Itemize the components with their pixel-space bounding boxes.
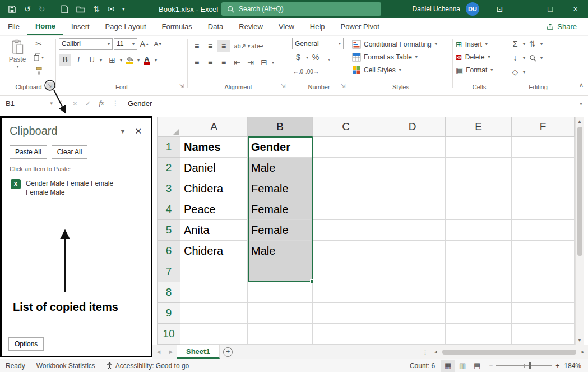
cell-E10[interactable] xyxy=(446,324,512,345)
options-button[interactable]: Options xyxy=(8,337,44,351)
fill-color-icon[interactable] xyxy=(123,54,136,66)
column-header-C[interactable]: C xyxy=(313,117,379,137)
cell-B8[interactable] xyxy=(248,282,313,303)
cell-B9[interactable] xyxy=(248,303,313,324)
accounting-format-icon[interactable]: $ xyxy=(292,51,304,63)
row-header-1[interactable]: 1 xyxy=(157,137,180,158)
cell-E5[interactable] xyxy=(446,220,512,241)
cell-A9[interactable] xyxy=(180,303,248,324)
cell-B5[interactable]: Female xyxy=(248,220,313,241)
cell-C3[interactable] xyxy=(313,178,379,199)
row-header-5[interactable]: 5 xyxy=(157,220,180,241)
close-button[interactable]: × xyxy=(563,0,588,18)
row-header-8[interactable]: 8 xyxy=(157,282,180,303)
clipboard-item[interactable]: X Gender Male Female Female Female Male xyxy=(2,177,151,199)
cell-D2[interactable] xyxy=(379,158,446,178)
bold-button[interactable]: B xyxy=(59,54,71,66)
cell-B2[interactable]: Male xyxy=(248,158,313,178)
cell-B6[interactable]: Male xyxy=(248,241,313,261)
new-sheet-button[interactable]: + xyxy=(220,345,237,359)
orientation-dropdown-icon[interactable]: ▾ xyxy=(248,44,250,49)
column-header-A[interactable]: A xyxy=(180,117,248,137)
normal-view-icon[interactable]: ▦ xyxy=(441,360,455,372)
tab-formulas[interactable]: Formulas xyxy=(154,18,200,35)
cell-F10[interactable] xyxy=(512,324,575,345)
zoom-slider[interactable] xyxy=(496,365,552,366)
cell-D4[interactable] xyxy=(379,199,446,220)
tab-help[interactable]: Help xyxy=(302,18,333,35)
conditional-formatting-button[interactable]: Conditional Formatting ▾ xyxy=(352,38,450,50)
cell-A6[interactable]: Chidera xyxy=(180,241,248,261)
paste-button[interactable]: Paste ▾ xyxy=(4,38,30,77)
cell-E7[interactable] xyxy=(446,261,512,282)
tab-splitter-icon[interactable]: ⋮ xyxy=(420,348,430,356)
page-break-view-icon[interactable]: ▤ xyxy=(470,360,484,372)
collapse-ribbon-icon[interactable]: ∧ xyxy=(579,81,584,89)
cell-F2[interactable] xyxy=(512,158,575,178)
tab-data[interactable]: Data xyxy=(200,18,231,35)
cell-D1[interactable] xyxy=(379,137,446,158)
scroll-up-icon[interactable]: ▲ xyxy=(576,117,584,126)
percent-style-icon[interactable]: % xyxy=(309,51,322,63)
select-all-corner[interactable] xyxy=(157,117,180,137)
sort-filter-dropdown-icon[interactable]: ▾ xyxy=(540,42,543,47)
row-header-2[interactable]: 2 xyxy=(157,158,180,178)
vertical-scrollbar-thumb[interactable] xyxy=(577,127,582,256)
mail-icon[interactable]: ✉ xyxy=(108,4,114,13)
cell-A2[interactable]: Daniel xyxy=(180,158,248,178)
tab-page-layout[interactable]: Page Layout xyxy=(98,18,154,35)
merge-center-dropdown-icon[interactable]: ▾ xyxy=(272,60,274,65)
cell-D7[interactable] xyxy=(379,261,446,282)
cell-D8[interactable] xyxy=(379,282,446,303)
cell-A10[interactable] xyxy=(180,324,248,345)
formula-bar-splitter[interactable]: ⋮ xyxy=(56,99,67,107)
sheet-tab-sheet1[interactable]: Sheet1 xyxy=(177,345,220,359)
column-header-E[interactable]: E xyxy=(446,117,512,137)
formula-input[interactable]: Gender xyxy=(121,99,580,108)
decrease-indent-icon[interactable]: ⇤ xyxy=(231,56,243,68)
cell-A5[interactable]: Anita xyxy=(180,220,248,241)
cell-A3[interactable]: Chidera xyxy=(180,178,248,199)
cut-icon[interactable]: ✂ xyxy=(33,38,45,50)
cell-E4[interactable] xyxy=(446,199,512,220)
clipboard-dialog-launcher-icon[interactable]: ⇲ xyxy=(46,82,54,90)
row-header-6[interactable]: 6 xyxy=(157,241,180,261)
cell-C7[interactable] xyxy=(313,261,379,282)
cell-E8[interactable] xyxy=(446,282,512,303)
cell-C10[interactable] xyxy=(313,324,379,345)
borders-dropdown-icon[interactable]: ▾ xyxy=(120,58,122,63)
cell-A4[interactable]: Peace xyxy=(180,199,248,220)
font-dialog-launcher-icon[interactable]: ⇲ xyxy=(178,82,186,90)
pane-close-icon[interactable]: ✕ xyxy=(132,126,144,136)
zoom-slider-thumb[interactable] xyxy=(529,362,531,369)
tab-review[interactable]: Review xyxy=(231,18,271,35)
align-left-icon[interactable]: ≡ xyxy=(191,56,203,68)
name-box-dropdown-icon[interactable]: ▾ xyxy=(50,100,53,106)
cell-E1[interactable] xyxy=(446,137,512,158)
cell-B7[interactable] xyxy=(248,261,313,282)
cell-C1[interactable] xyxy=(313,137,379,158)
autosum-dropdown-icon[interactable]: ▾ xyxy=(523,42,525,47)
cell-C9[interactable] xyxy=(313,303,379,324)
cell-A1[interactable]: Names xyxy=(180,137,248,158)
search-input[interactable]: Search (Alt+Q) xyxy=(221,2,381,16)
underline-button[interactable]: U xyxy=(86,54,98,66)
cell-D6[interactable] xyxy=(379,241,446,261)
find-select-icon[interactable] xyxy=(526,52,539,64)
alignment-dialog-launcher-icon[interactable]: ⇲ xyxy=(279,82,287,90)
name-box[interactable]: B1 ▾ xyxy=(0,96,56,111)
scroll-right-icon[interactable]: ► xyxy=(578,350,588,355)
italic-button[interactable]: I xyxy=(72,54,85,66)
format-cells-button[interactable]: ▦ Format ▾ xyxy=(456,63,503,76)
cell-B1[interactable]: Gender xyxy=(248,137,313,158)
prev-sheet-icon[interactable]: ◄ xyxy=(152,345,165,359)
cancel-entry-icon[interactable]: × xyxy=(73,99,77,108)
fill-color-dropdown-icon[interactable]: ▾ xyxy=(137,58,140,63)
undo-icon[interactable]: ↺ xyxy=(24,4,31,13)
minimize-button[interactable]: — xyxy=(512,0,538,18)
borders-icon[interactable]: ⊞ xyxy=(106,54,118,66)
cell-E6[interactable] xyxy=(446,241,512,261)
paste-all-button[interactable]: Paste All xyxy=(10,145,47,159)
cell-D10[interactable] xyxy=(379,324,446,345)
cell-styles-button[interactable]: Cell Styles ▾ xyxy=(352,63,450,76)
